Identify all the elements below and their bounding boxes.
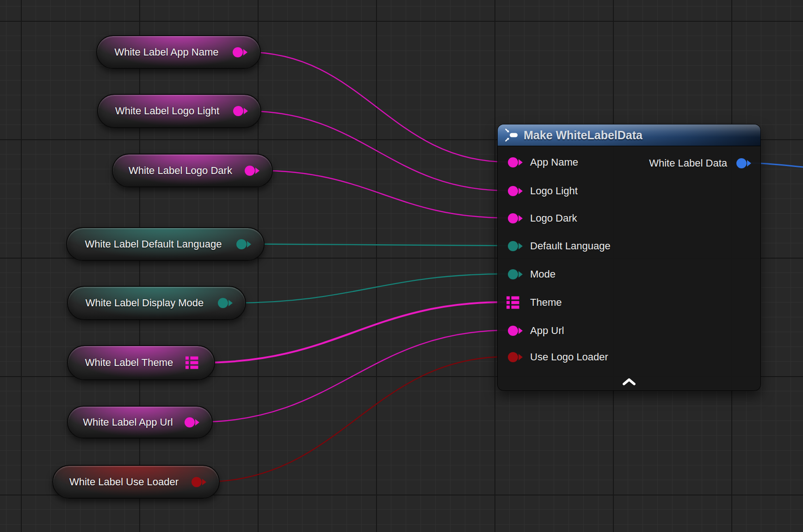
input-row-use-logo-loader: Use Logo Loader: [498, 343, 760, 371]
input-pin-logo-dark[interactable]: [508, 213, 518, 223]
make-whitelabeldata-node[interactable]: Make WhiteLabelDataApp NameLogo LightLog…: [497, 124, 761, 391]
input-pin-label: Logo Light: [530, 185, 578, 197]
output-row-white-label-data: White Label Data: [498, 149, 760, 177]
input-pin-label: Logo Dark: [530, 212, 577, 224]
variable-getter-label: White Label Theme: [78, 357, 180, 369]
blueprint-graph-canvas[interactable]: White Label App NameWhite Label Logo Lig…: [0, 0, 803, 532]
input-row-logo-dark: Logo Dark: [498, 204, 760, 232]
collapse-node-button[interactable]: [618, 376, 640, 388]
getter-node-white-label-logo-light[interactable]: White Label Logo Light: [97, 94, 261, 128]
white-label-logo-dark-output-pin[interactable]: [245, 166, 255, 176]
struct-pin-icon: [506, 296, 520, 309]
getter-node-white-label-app-name[interactable]: White Label App Name: [96, 35, 261, 69]
white-label-use-loader-output-pin[interactable]: [191, 477, 202, 487]
input-pin-theme[interactable]: [506, 296, 520, 309]
white-label-app-url-output-pin[interactable]: [185, 417, 195, 427]
variable-getter-label: White Label Default Language: [77, 238, 229, 250]
input-pin-use-logo-loader[interactable]: [508, 352, 518, 362]
getter-node-white-label-display-mode[interactable]: White Label Display Mode: [67, 286, 246, 320]
chevron-up-icon: [622, 377, 636, 386]
make-struct-icon: [505, 128, 519, 142]
variable-getter-label: White Label App Url: [78, 416, 178, 428]
wire-white-label-default-language[interactable]: [250, 244, 507, 246]
white-label-theme-output-pin[interactable]: [185, 356, 199, 370]
input-row-default-language: Default Language: [498, 232, 760, 260]
wire-white-label-theme[interactable]: [201, 302, 506, 363]
variable-getter-label: White Label Logo Light: [108, 105, 226, 117]
variable-getter-label: White Label Logo Dark: [123, 165, 238, 177]
getter-node-white-label-default-language[interactable]: White Label Default Language: [66, 227, 265, 261]
wire-white-label-logo-light[interactable]: [247, 111, 507, 191]
input-pin-mode[interactable]: [508, 269, 518, 279]
wire-white-label-use-loader[interactable]: [205, 357, 507, 482]
input-pin-label: Default Language: [530, 240, 611, 252]
wire-white-label-app-name[interactable]: [246, 52, 507, 162]
white-label-logo-light-output-pin[interactable]: [233, 106, 243, 116]
input-pin-label: Mode: [530, 268, 556, 280]
white-label-default-language-output-pin[interactable]: [236, 239, 247, 249]
variable-getter-label: White Label App Name: [107, 46, 226, 58]
wire-white-label-logo-dark[interactable]: [258, 171, 507, 218]
output-pin-label: White Label Data: [649, 157, 727, 169]
getter-node-white-label-use-loader[interactable]: White Label Use Loader: [52, 465, 220, 499]
wire-white-label-app-url[interactable]: [198, 330, 507, 422]
white-label-display-mode-output-pin[interactable]: [218, 298, 228, 308]
input-pin-label: App Url: [530, 325, 564, 337]
input-row-app-url: App Url: [498, 317, 760, 345]
input-pin-label: Use Logo Loader: [530, 351, 608, 363]
input-row-logo-light: Logo Light: [498, 177, 760, 205]
input-pin-app-url[interactable]: [508, 326, 518, 336]
node-title-bar[interactable]: Make WhiteLabelData: [498, 124, 760, 146]
output-pin-white-label-data[interactable]: [736, 158, 747, 168]
node-title: Make WhiteLabelData: [524, 129, 642, 142]
input-row-mode: Mode: [498, 260, 760, 288]
input-row-theme: Theme: [498, 289, 760, 316]
input-pin-default-language[interactable]: [508, 241, 518, 251]
input-pin-logo-light[interactable]: [508, 186, 518, 196]
getter-node-white-label-theme[interactable]: White Label Theme: [67, 345, 215, 380]
struct-pin-icon: [185, 356, 199, 370]
getter-node-white-label-logo-dark[interactable]: White Label Logo Dark: [112, 154, 273, 187]
variable-getter-label: White Label Display Mode: [78, 297, 211, 309]
white-label-app-name-output-pin[interactable]: [233, 47, 243, 57]
variable-getter-label: White Label Use Loader: [63, 476, 185, 488]
wire-white-label-display-mode[interactable]: [231, 274, 507, 303]
input-pin-label: Theme: [530, 297, 562, 309]
getter-node-white-label-app-url[interactable]: White Label App Url: [67, 406, 213, 439]
